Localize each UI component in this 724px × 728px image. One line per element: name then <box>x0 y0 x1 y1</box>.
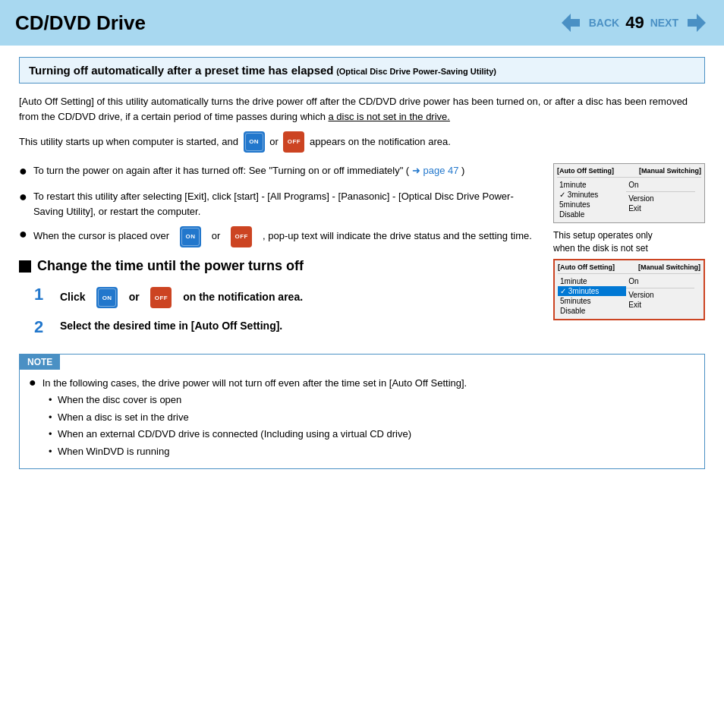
menu2-title-row: [Auto Off Setting] [Manual Switching] <box>558 263 700 274</box>
menu1-col1: 1minute 3minutes 5minutes Disable <box>557 180 626 219</box>
menu2-col2-version[interactable]: Version <box>626 290 694 300</box>
svg-marker-1 <box>688 14 706 32</box>
bullet-item-3: ● When the cursor is placed over ON or O… <box>19 226 538 247</box>
menu2-col2-exit[interactable]: Exit <box>626 300 694 310</box>
note-content: ● In the following cases, the drive powe… <box>20 370 704 468</box>
note-sub-list: When the disc cover is open When a disc … <box>47 392 695 459</box>
page-title: CD/DVD Drive <box>15 11 146 35</box>
menu1-item-disable[interactable]: Disable <box>557 210 626 219</box>
icon-off-3: OFF <box>150 287 172 308</box>
body-paragraph-1: [Auto Off Setting] of this utility autom… <box>19 94 705 124</box>
bullet-dot-2: ● <box>19 187 27 207</box>
menu1-item-5minutes[interactable]: 5minutes <box>557 200 626 210</box>
next-arrow-icon[interactable] <box>685 11 709 35</box>
navigation-area: BACK 49 NEXT <box>559 11 709 35</box>
menu2-item-5minutes[interactable]: 5minutes <box>558 296 626 306</box>
note-sub-item-4: When WinDVD is running <box>47 444 695 459</box>
note-sub-item-1: When the disc cover is open <box>47 392 695 408</box>
step-2-number: 2 <box>34 317 52 337</box>
svg-marker-0 <box>562 14 580 32</box>
menu2-col2: On Version Exit <box>626 276 694 316</box>
note-header: NOTE <box>20 355 60 370</box>
menu-title-row-1: [Auto Off Setting] [Manual Switching] <box>557 167 701 178</box>
menu1-item-3minutes-checked[interactable]: 3minutes <box>557 190 626 200</box>
menu1-col2-version[interactable]: Version <box>626 194 695 203</box>
step-1-text: Click ON or OFF on the notification area… <box>60 285 538 308</box>
menu2-col2-title: [Manual Switching] <box>638 263 700 271</box>
notif-end-text: appears on the notification area. <box>310 134 451 150</box>
icon-off-1: OFF <box>283 131 304 153</box>
bullet-content-3: When the cursor is placed over ON or OFF <box>33 226 538 247</box>
bullet-item-2: ● To restart this utility after selectin… <box>19 189 538 219</box>
h2-square-icon <box>19 260 31 273</box>
menu1-col2: On Version Exit <box>626 180 695 219</box>
left-column: ● To turn the power on again after it ha… <box>19 163 538 346</box>
menu2-col1-title: [Auto Off Setting] <box>558 263 615 271</box>
on-label: ON <box>249 137 259 147</box>
menu1-body: 1minute 3minutes 5minutes Disable On Ver… <box>557 180 701 219</box>
note-sub-item-3: When an external CD/DVD drive is connect… <box>47 427 695 442</box>
bullet-dot-1: ● <box>19 161 27 181</box>
off-label: OFF <box>288 137 301 147</box>
bullet-content-1: To turn the power on again after it has … <box>33 163 538 178</box>
menu1-col2-exit[interactable]: Exit <box>626 203 695 213</box>
menu1-col2-title: [Manual Switching] <box>639 167 701 175</box>
body1-underline: a disc is not set in the drive. <box>329 111 450 122</box>
note-sub-item-2: When a disc is set in the drive <box>47 410 695 425</box>
next-label[interactable]: NEXT <box>650 17 678 29</box>
notification-line: This utility starts up when computer is … <box>19 131 705 153</box>
notif-or-text: or <box>269 134 279 150</box>
menu-screenshot-1: [Auto Off Setting] [Manual Switching] 1m… <box>553 163 705 223</box>
icon-on-2: ON <box>180 226 201 247</box>
menu1-col2-on[interactable]: On <box>626 180 695 190</box>
main-content: Turning off automatically after a preset… <box>0 46 724 481</box>
note-bullet-dot: ● <box>29 376 36 389</box>
step-2: 2 Select the desired time in [Auto Off S… <box>34 317 538 337</box>
bullet-content-2: To restart this utility after selecting … <box>33 189 538 219</box>
section-heading-main: Turning off automatically after a preset… <box>29 64 334 77</box>
note-main-text: In the following cases, the drive power … <box>42 377 467 389</box>
right-caption: This setup operates only when the disk i… <box>553 229 705 255</box>
bullet-list: ● To turn the power on again after it ha… <box>19 163 538 247</box>
page-number: 49 <box>625 13 644 33</box>
menu2-body: 1minute 3minutes 5minutes Disable On Ver… <box>558 276 700 316</box>
h2-text: Change the time until the power turns of… <box>37 258 304 274</box>
two-col-layout: ● To turn the power on again after it ha… <box>19 163 705 346</box>
menu2-col1: 1minute 3minutes 5minutes Disable <box>558 276 626 316</box>
icon-off-2: OFF <box>231 226 252 247</box>
menu2-item-disable[interactable]: Disable <box>558 306 626 316</box>
icon-on-3: ON <box>96 287 118 308</box>
menu2-item-3minutes-highlighted[interactable]: 3minutes <box>558 286 626 296</box>
note-box: NOTE ● In the following cases, the drive… <box>19 354 705 469</box>
menu-screenshot-2: [Auto Off Setting] [Manual Switching] 1m… <box>553 259 705 320</box>
bullet-item-1: ● To turn the power on again after it ha… <box>19 163 538 181</box>
menu1-col1-title: [Auto Off Setting] <box>557 167 614 175</box>
page-link[interactable]: ➜ page 47 <box>412 165 459 176</box>
right-column: [Auto Off Setting] [Manual Switching] 1m… <box>553 163 705 346</box>
page-header: CD/DVD Drive BACK 49 NEXT <box>0 0 724 46</box>
h2-section: Change the time until the power turns of… <box>19 258 538 274</box>
section-heading: Turning off automatically after a preset… <box>19 57 705 84</box>
icon-on-1: ON <box>244 131 265 153</box>
note-main-bullet: ● In the following cases, the drive powe… <box>29 377 695 389</box>
back-arrow-icon[interactable] <box>559 11 583 35</box>
back-label[interactable]: BACK <box>589 17 619 29</box>
menu1-item-1minute[interactable]: 1minute <box>557 180 626 190</box>
step-1: 1 Click ON or OFF on the notification ar… <box>34 285 538 308</box>
step-1-number: 1 <box>34 285 52 304</box>
step-2-text: Select the desired time in [Auto Off Set… <box>60 317 538 332</box>
bullet-dot-3: ● <box>19 224 27 244</box>
notif-before-text: This utility starts up when computer is … <box>19 134 238 150</box>
section-heading-sub: (Optical Disc Drive Power-Saving Utility… <box>336 67 496 76</box>
menu2-col2-on[interactable]: On <box>626 276 694 286</box>
menu2-item-1minute[interactable]: 1minute <box>558 276 626 286</box>
